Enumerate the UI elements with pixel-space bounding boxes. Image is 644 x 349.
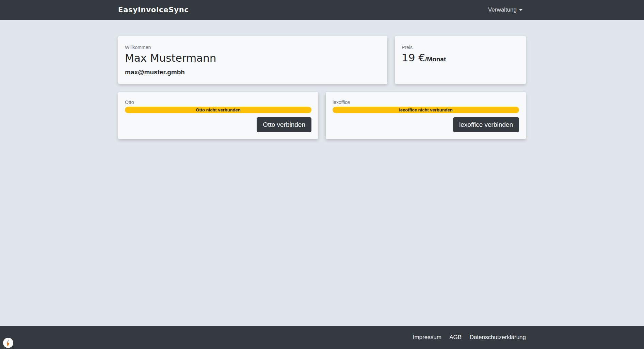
navbar: EasyInvoiceSync Verwaltung bbox=[0, 0, 644, 20]
otto-connect-button[interactable]: Otto verbinden bbox=[257, 117, 311, 132]
price-amount: 19 € bbox=[402, 52, 425, 64]
lexoffice-status-badge: lexoffice nicht verbunden bbox=[333, 107, 519, 113]
welcome-card: Willkommen Max Mustermann max@muster.gmb… bbox=[118, 36, 387, 84]
nav-dropdown-label: Verwaltung bbox=[488, 6, 517, 13]
lightning-bolt-icon bbox=[3, 338, 13, 348]
top-card-row: Willkommen Max Mustermann max@muster.gmb… bbox=[118, 36, 526, 84]
lexoffice-connection-card: lexoffice lexoffice nicht verbunden lexo… bbox=[326, 92, 526, 139]
price-label: Preis bbox=[402, 45, 519, 50]
footer-link-datenschutz[interactable]: Datenschutzerklärung bbox=[470, 334, 526, 340]
debugbar-toggle[interactable] bbox=[3, 338, 13, 348]
chevron-down-icon bbox=[519, 9, 522, 13]
lexoffice-connect-button[interactable]: lexoffice verbinden bbox=[453, 117, 519, 132]
otto-status-badge: Otto nicht verbunden bbox=[125, 107, 311, 113]
connection-card-row: Otto Otto nicht verbunden Otto verbinden… bbox=[118, 92, 526, 139]
brand-logo[interactable]: EasyInvoiceSync bbox=[118, 6, 189, 14]
footer-link-agb[interactable]: AGB bbox=[449, 334, 462, 340]
user-name: Max Mustermann bbox=[125, 52, 381, 64]
footer: Impressum AGB Datenschutzerklärung bbox=[0, 326, 644, 349]
lexoffice-button-row: lexoffice verbinden bbox=[333, 117, 519, 132]
otto-connection-card: Otto Otto nicht verbunden Otto verbinden bbox=[118, 92, 318, 139]
user-email: max@muster.gmbh bbox=[125, 69, 381, 76]
lexoffice-label: lexoffice bbox=[333, 100, 519, 105]
otto-label: Otto bbox=[125, 100, 311, 105]
main-content: Willkommen Max Mustermann max@muster.gmb… bbox=[0, 20, 644, 326]
content-container: Willkommen Max Mustermann max@muster.gmb… bbox=[118, 36, 526, 139]
price-line: 19 €/Monat bbox=[402, 52, 519, 64]
navbar-container: EasyInvoiceSync Verwaltung bbox=[118, 0, 526, 20]
price-period: /Monat bbox=[425, 56, 446, 63]
nav-dropdown-verwaltung[interactable]: Verwaltung bbox=[485, 4, 526, 16]
footer-link-impressum[interactable]: Impressum bbox=[413, 334, 441, 340]
price-card: Preis 19 €/Monat bbox=[395, 36, 526, 84]
welcome-label: Willkommen bbox=[125, 45, 381, 50]
otto-button-row: Otto verbinden bbox=[125, 117, 311, 132]
footer-links: Impressum AGB Datenschutzerklärung bbox=[118, 334, 526, 341]
